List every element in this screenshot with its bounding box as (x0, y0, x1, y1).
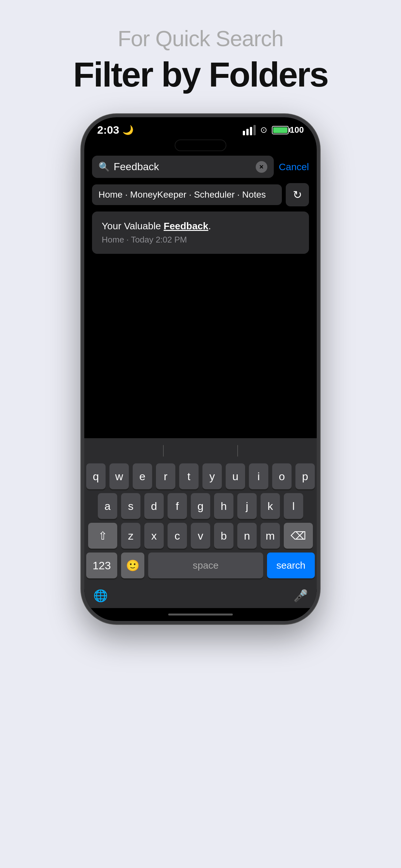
key-z[interactable]: z (121, 523, 141, 549)
signal-icon (243, 125, 256, 135)
key-u[interactable]: u (226, 463, 245, 489)
key-j[interactable]: j (237, 493, 257, 519)
iphone-screen: 2:03 🌙 ⊙ 100 (84, 117, 317, 621)
home-bar (168, 614, 233, 616)
keyboard-row-2: a s d f g h j k l (86, 493, 315, 519)
suggestion-divider-left (163, 445, 164, 457)
emoji-key[interactable]: 🙂 (121, 553, 144, 578)
clear-label: × (259, 163, 264, 171)
page-subtitle: For Quick Search (118, 26, 283, 51)
key-a[interactable]: a (98, 493, 117, 519)
search-icon: 🔍 (98, 161, 110, 172)
key-e[interactable]: e (133, 463, 152, 489)
key-g[interactable]: g (191, 493, 210, 519)
key-b[interactable]: b (214, 523, 234, 549)
dynamic-island (175, 140, 226, 151)
content-area (84, 258, 317, 438)
key-k[interactable]: k (260, 493, 280, 519)
keyboard-suggestions (86, 443, 315, 459)
search-clear-button[interactable]: × (256, 161, 267, 173)
search-bar[interactable]: 🔍 Feedback × (92, 156, 274, 178)
key-n[interactable]: n (237, 523, 257, 549)
keyboard-bottom-row: 🌐 🎤 (86, 582, 315, 608)
keyboard-row-4: 123 🙂 space search (86, 553, 315, 578)
key-q[interactable]: q (86, 463, 105, 489)
result-title-before: Your Valuable (102, 221, 164, 231)
filter-tabs[interactable]: Home · MoneyKeeper · Scheduler · Notes (92, 184, 282, 205)
filter-refresh-button[interactable]: ↻ (286, 183, 309, 206)
key-i[interactable]: i (249, 463, 268, 489)
globe-key[interactable]: 🌐 (91, 586, 110, 606)
wifi-icon: ⊙ (260, 125, 267, 135)
space-key[interactable]: space (148, 553, 263, 578)
key-p[interactable]: p (296, 463, 315, 489)
battery-text: 100 (290, 125, 304, 135)
status-bar: 2:03 🌙 ⊙ 100 (84, 117, 317, 140)
key-c[interactable]: c (167, 523, 187, 549)
refresh-icon: ↻ (293, 188, 302, 201)
numbers-key[interactable]: 123 (86, 553, 117, 578)
battery-fill (273, 127, 287, 133)
key-t[interactable]: t (179, 463, 198, 489)
result-title: Your Valuable Feedback. (102, 221, 299, 231)
search-input[interactable]: Feedback (114, 161, 252, 173)
key-m[interactable]: m (260, 523, 280, 549)
result-title-highlight: Feedback (164, 221, 208, 231)
battery-box (272, 126, 289, 134)
shift-key[interactable]: ⇧ (88, 523, 117, 549)
keyboard: q w e r t y u i o p a s d f g h j k (84, 438, 317, 621)
key-y[interactable]: y (203, 463, 222, 489)
battery-indicator: 100 (272, 125, 304, 135)
time-text: 2:03 (97, 124, 119, 136)
cancel-button[interactable]: Cancel (279, 161, 309, 173)
key-d[interactable]: d (144, 493, 164, 519)
key-r[interactable]: r (156, 463, 175, 489)
suggestion-divider-right (237, 445, 238, 457)
key-o[interactable]: o (272, 463, 291, 489)
keyboard-row-3: ⇧ z x c v b n m ⌫ (86, 523, 315, 549)
moon-icon: 🌙 (122, 125, 134, 135)
status-time: 2:03 🌙 (97, 124, 134, 136)
key-l[interactable]: l (284, 493, 303, 519)
iphone-frame: 2:03 🌙 ⊙ 100 (81, 114, 320, 624)
key-h[interactable]: h (214, 493, 234, 519)
search-bar-row: 🔍 Feedback × Cancel (92, 156, 309, 178)
delete-key[interactable]: ⌫ (284, 523, 313, 549)
keyboard-row-1: q w e r t y u i o p (86, 463, 315, 489)
page-title: Filter by Folders (73, 54, 328, 95)
search-section: 🔍 Feedback × Cancel (84, 156, 317, 183)
search-key[interactable]: search (267, 553, 315, 578)
key-w[interactable]: w (110, 463, 129, 489)
result-card[interactable]: Your Valuable Feedback. Home · Today 2:0… (92, 212, 309, 254)
home-indicator (86, 608, 315, 621)
result-meta: Home · Today 2:02 PM (102, 235, 299, 245)
filter-row: Home · MoneyKeeper · Scheduler · Notes ↻ (84, 183, 317, 212)
key-x[interactable]: x (144, 523, 164, 549)
key-f[interactable]: f (167, 493, 187, 519)
key-s[interactable]: s (121, 493, 141, 519)
microphone-key[interactable]: 🎤 (291, 586, 310, 606)
status-right: ⊙ 100 (243, 125, 304, 135)
result-title-after: . (208, 221, 211, 231)
key-v[interactable]: v (191, 523, 210, 549)
